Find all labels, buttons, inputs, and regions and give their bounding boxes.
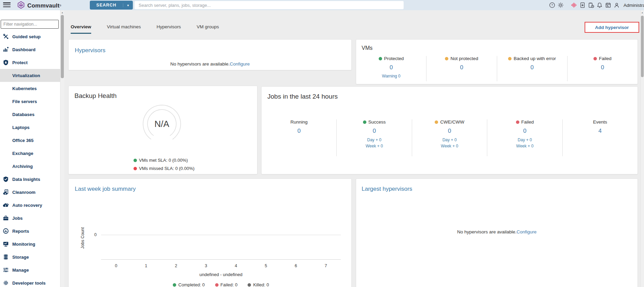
theme-brightness-icon[interactable] xyxy=(558,2,564,8)
commvault-logo-icon xyxy=(17,1,25,10)
sidebar-item-manage[interactable]: Manage xyxy=(0,263,60,276)
backup-health-title: Backup Health xyxy=(74,92,117,100)
shield-check-icon xyxy=(3,176,10,182)
cloud-recovery-icon xyxy=(3,202,10,208)
report-download-icon[interactable] xyxy=(579,2,586,8)
sidebar-item-dashboard[interactable]: Dashboard xyxy=(0,43,60,56)
jobs-stat-events: Events 4 xyxy=(562,119,638,156)
clipboard-schedule-icon[interactable] xyxy=(588,2,594,8)
largest-hypervisors-title[interactable]: Largest hypervisors xyxy=(362,186,412,192)
shield-lock-icon xyxy=(3,59,10,66)
job-summary-title[interactable]: Last week job summary xyxy=(75,186,136,192)
configure-link[interactable]: Configure xyxy=(230,61,250,67)
chart-x-ticks: 01234567 xyxy=(101,263,341,268)
tab-vm-groups[interactable]: VM groups xyxy=(197,24,219,34)
page-scrollbar[interactable]: ▲ xyxy=(640,10,644,287)
protected-count[interactable]: 0 xyxy=(356,64,426,71)
vms-card-title: VMs xyxy=(362,45,373,51)
sidebar-item-databases[interactable]: Databases xyxy=(0,108,60,121)
commvault-command-center: Commvault ® SEARCH ▾ ? Administrator Gui xyxy=(0,0,644,287)
hypervisors-empty-state: No hypervisors are available.Configure xyxy=(69,61,351,67)
running-count[interactable]: 0 xyxy=(262,128,336,134)
warning-count[interactable]: Warning 0 xyxy=(356,74,426,78)
sidebar-item-archiving[interactable]: Archiving xyxy=(0,160,60,173)
sidebar-item-exchange[interactable]: Exchange xyxy=(0,147,60,160)
largest-hypervisors-empty-state: No hypervisors are available.Configure xyxy=(356,229,638,234)
legend-item-killed[interactable]: Killed: 0 xyxy=(248,282,269,287)
page-scrollbar-thumb[interactable] xyxy=(641,16,644,77)
scroll-up-icon[interactable]: ▲ xyxy=(60,10,64,15)
sidebar-scrollbar-thumb[interactable] xyxy=(61,15,64,78)
sidebar-item-data-insights[interactable]: Data Insights xyxy=(0,173,60,186)
chart-x-axis-label: undefined - undefined xyxy=(101,272,341,277)
database-icon xyxy=(3,254,10,260)
sidebar-item-protect[interactable]: Protect xyxy=(0,56,60,69)
sidebar-scrollbar[interactable]: ▲ xyxy=(60,10,64,287)
briefcase-icon xyxy=(3,215,10,221)
sidebar-item-office-365[interactable]: Office 365 xyxy=(0,134,60,147)
failed-jobs-count[interactable]: 0 xyxy=(487,128,562,134)
gray-status-dot xyxy=(248,283,251,287)
sidebar-item-monitoring[interactable]: Monitoring xyxy=(0,238,60,250)
add-hypervisor-button[interactable]: Add hypervisor xyxy=(585,22,639,33)
chevron-down-icon[interactable]: ▾ xyxy=(123,3,133,7)
sidebar-item-auto-recovery[interactable]: Auto recovery xyxy=(0,199,60,212)
sidebar-item-file-servers[interactable]: File servers xyxy=(0,95,60,108)
tab-hypervisors[interactable]: Hypervisors xyxy=(157,24,181,34)
green-status-dot xyxy=(173,283,176,287)
sidebar-item-developer-tools[interactable]: Developer tools xyxy=(0,276,60,287)
events-count[interactable]: 4 xyxy=(563,128,638,134)
sidebar-item-storage[interactable]: Storage xyxy=(0,250,60,263)
vms-card: VMs Protected 0 Warning 0 Not protected … xyxy=(356,39,638,84)
sliders-icon xyxy=(3,267,10,273)
monitor-icon xyxy=(3,241,10,247)
jobs-24h-title: Jobs in the last 24 hours xyxy=(267,93,338,100)
user-account-icon[interactable] xyxy=(614,2,620,8)
success-count[interactable]: 0 xyxy=(337,128,411,134)
vms-stat-not-protected: Not protected 0 xyxy=(426,56,496,81)
backed-up-with-error-count[interactable]: 0 xyxy=(497,64,567,71)
tab-virtual-machines[interactable]: Virtual machines xyxy=(107,24,141,34)
vms-stats: Protected 0 Warning 0 Not protected 0 Ba… xyxy=(356,56,638,81)
calendar-icon[interactable] xyxy=(605,2,611,8)
brand-text: Commvault xyxy=(27,2,59,9)
hamburger-menu-icon[interactable] xyxy=(3,2,11,8)
filter-navigation-input[interactable] xyxy=(1,20,59,29)
audio-wave-icon[interactable] xyxy=(571,2,577,8)
sidebar-item-jobs[interactable]: Jobs xyxy=(0,212,60,225)
scroll-up-icon[interactable]: ▲ xyxy=(641,10,644,15)
red-status-dot xyxy=(134,167,137,170)
sidebar-item-guided-setup[interactable]: Guided setup xyxy=(0,30,60,43)
brand-trademark: ® xyxy=(59,4,61,7)
sidebar-item-laptops[interactable]: Laptops xyxy=(0,121,60,134)
failed-count[interactable]: 0 xyxy=(568,64,638,71)
amber-status-dot xyxy=(508,57,512,60)
tools-icon xyxy=(3,33,10,40)
legend-item-completed[interactable]: Completed: 0 xyxy=(173,282,205,287)
sidebar-item-kubernetes[interactable]: Kubernetes xyxy=(0,82,60,95)
legend-item-failed[interactable]: Failed: 0 xyxy=(215,282,238,287)
jobs-24h-stats: Running 0 Success 0 Day + 0 Week + 0 CWE… xyxy=(262,119,638,156)
sidebar-item-virtualization[interactable]: Virtualization xyxy=(0,69,60,82)
global-search-input[interactable] xyxy=(135,1,404,9)
hypervisors-card-title[interactable]: Hypervisors xyxy=(75,47,106,54)
vms-stat-backed-up-with-error: Backed up with error 0 xyxy=(497,56,567,81)
chart-y-tick: 0 xyxy=(88,232,97,237)
sidebar-item-reports[interactable]: Reports xyxy=(0,225,60,238)
vms-stat-protected: Protected 0 Warning 0 xyxy=(356,56,426,81)
help-icon[interactable]: ? xyxy=(549,2,555,8)
notifications-bell-icon[interactable] xyxy=(597,2,603,8)
logged-in-user[interactable]: Administrator xyxy=(624,3,644,8)
gauge-value: N/A xyxy=(140,102,184,146)
configure-link[interactable]: Configure xyxy=(517,229,537,234)
sidebar-item-cleanroom[interactable]: Cleanroom xyxy=(0,186,60,199)
amber-status-dot xyxy=(445,57,448,60)
tab-overview[interactable]: Overview xyxy=(71,24,91,34)
gear-icon xyxy=(3,280,10,286)
not-protected-count[interactable]: 0 xyxy=(426,64,496,71)
green-status-dot xyxy=(379,57,382,60)
cwe-cww-count[interactable]: 0 xyxy=(412,128,487,134)
search-scope-button[interactable]: SEARCH ▾ xyxy=(90,1,133,10)
jobs-stat-success: Success 0 Day + 0 Week + 0 xyxy=(336,119,411,156)
chart-gridline xyxy=(101,235,341,235)
